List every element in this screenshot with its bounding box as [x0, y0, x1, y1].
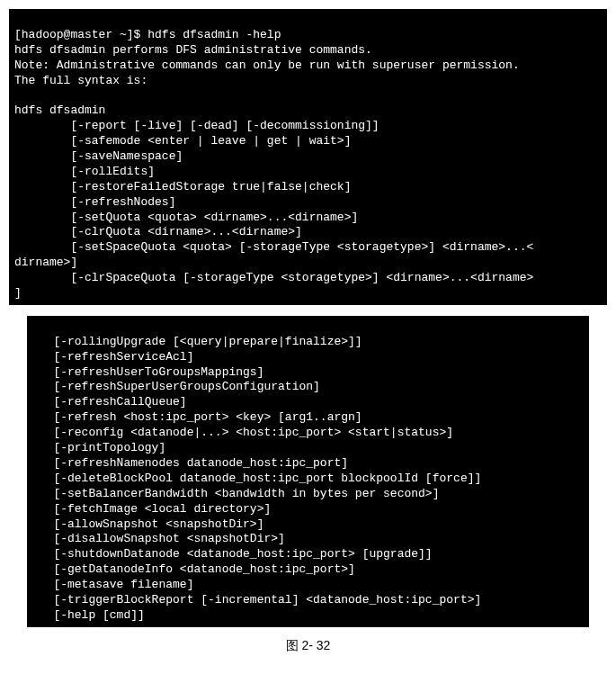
help-option: [-refreshNamenodes datanode_host:ipc_por…: [32, 456, 348, 470]
help-option: [-rollingUpgrade [<query|prepare|finaliz…: [32, 335, 362, 348]
help-option: [-refresh <host:ipc_port> <key> [arg1..a…: [32, 410, 362, 424]
help-option: [-metasave filename]: [32, 578, 193, 591]
help-option: [-refreshServiceAcl]: [32, 350, 193, 364]
help-option: [-refreshUserToGroupsMappings]: [32, 365, 263, 379]
help-option: [-report [-live] [-dead] [-decommissioni…: [14, 119, 379, 132]
help-option: [-saveNamespace]: [14, 149, 183, 163]
shell-command: hdfs dfsadmin -help: [147, 28, 281, 41]
help-option-wrap: ]: [14, 286, 22, 300]
help-option: [-restoreFailedStorage true|false|check]: [14, 180, 351, 193]
help-option: [-triggerBlockReport [-incremental] <dat…: [32, 593, 481, 607]
shell-prompt: [hadoop@master ~]$: [14, 28, 147, 41]
help-option: [-deleteBlockPool datanode_host:ipc_port…: [32, 472, 481, 485]
help-line: Note: Administrative commands can only b…: [14, 58, 520, 72]
help-line: hdfs dfsadmin: [14, 103, 105, 117]
help-option: [-setQuota <quota> <dirname>...<dirname>…: [14, 211, 358, 224]
help-option: [-printTopology]: [32, 441, 165, 454]
help-option: [-getDatanodeInfo <datanode_host:ipc_por…: [32, 562, 355, 576]
figure-caption: 图 2- 32: [9, 638, 607, 654]
help-option: [-clrQuota <dirname>...<dirname>]: [14, 225, 302, 238]
help-option: [-refreshCallQueue]: [32, 395, 187, 409]
help-option: [-rollEdits]: [14, 165, 155, 178]
help-option: [-setBalancerBandwidth <bandwidth in byt…: [32, 487, 439, 500]
help-option: [-allowSnapshot <snapshotDir>]: [32, 517, 263, 531]
help-option: [-setSpaceQuota <quota> [-storageType <s…: [14, 240, 533, 254]
terminal-output-1: [hadoop@master ~]$ hdfs dfsadmin -help h…: [9, 9, 607, 305]
help-option: [-fetchImage <local directory>]: [32, 502, 271, 516]
help-option: [-safemode <enter | leave | get | wait>]: [14, 134, 351, 148]
help-option: [-refreshSuperUserGroupsConfiguration]: [32, 380, 320, 393]
help-option: [-clrSpaceQuota [-storageType <storagety…: [14, 271, 533, 284]
help-option: [-reconfig <datanode|...> <host:ipc_port…: [32, 426, 453, 439]
help-line: hdfs dfsadmin performs DFS administrativ…: [14, 43, 372, 57]
terminal-output-2: [-rollingUpgrade [<query|prepare|finaliz…: [27, 316, 589, 627]
help-option: [-disallowSnapshot <snapshotDir>]: [32, 532, 285, 545]
help-option: [-refreshNodes]: [14, 195, 175, 209]
help-option: [-help [cmd]]: [32, 608, 145, 622]
help-line: The full syntax is:: [14, 74, 147, 87]
help-option: [-shutdownDatanode <datanode_host:ipc_po…: [32, 547, 433, 561]
help-option-wrap: dirname>]: [14, 256, 77, 269]
